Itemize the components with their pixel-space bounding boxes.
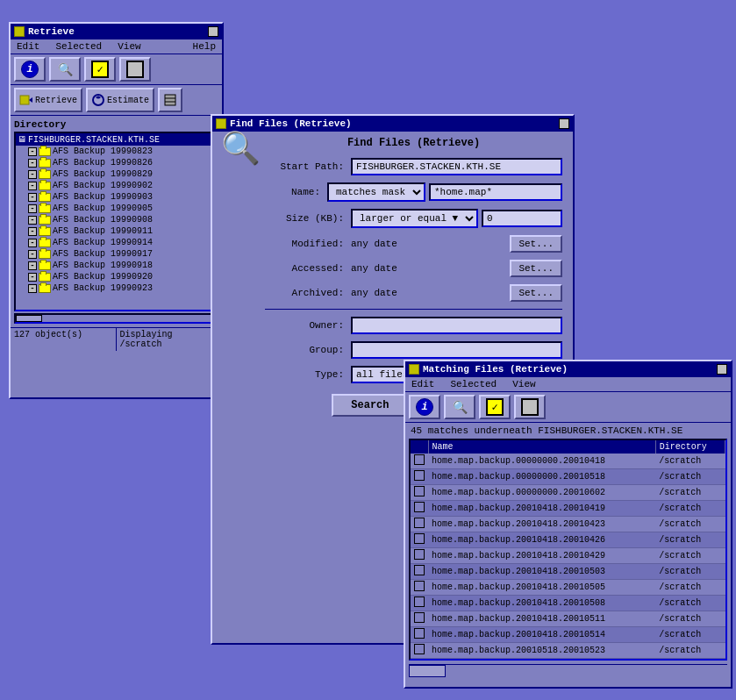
matching-check-button[interactable]: ✓ — [479, 395, 511, 419]
directory-tree[interactable]: 🖥 FISHBURGER.STACKEN.KTH.SE - AFS Backup… — [14, 132, 218, 311]
name-filter-input[interactable] — [429, 183, 562, 201]
row-checkbox[interactable] — [414, 533, 425, 544]
row-name: home.map.backup.20010418.20010423 — [428, 517, 655, 532]
table-row[interactable]: home.map.backup.20010518.20010523/scratc… — [411, 643, 725, 659]
matching-menu-selected[interactable]: Selected — [447, 378, 499, 390]
retrieve-menu-help[interactable]: Help — [190, 40, 218, 53]
col-header-name[interactable]: Name — [428, 440, 655, 454]
folder-icon — [39, 216, 51, 225]
col-header-dir[interactable]: Directory — [655, 440, 725, 454]
matching-menu-view[interactable]: View — [510, 378, 538, 390]
matching-scrollbar-h[interactable] — [409, 664, 727, 675]
square-toolbar-button[interactable] — [119, 57, 151, 82]
list-item[interactable]: - AFS Backup 19990920 — [16, 271, 217, 282]
retrieve-menu-edit[interactable]: Edit — [14, 40, 42, 53]
row-name: home.map.backup.20010418.20010419 — [428, 501, 655, 517]
owner-input[interactable] — [351, 317, 562, 334]
retrieve-close-btn[interactable] — [208, 26, 218, 37]
matching-table-container[interactable]: Name Directory home.map.backup.00000000.… — [409, 439, 727, 661]
matching-close-btn[interactable] — [717, 364, 727, 375]
row-checkbox[interactable] — [414, 549, 425, 560]
retrieve-button[interactable]: Retrieve — [14, 88, 82, 112]
findfiles-titlebar-icon — [216, 118, 226, 129]
check-toolbar-button[interactable]: ✓ — [84, 57, 116, 82]
info-button[interactable]: i — [14, 57, 46, 82]
row-checkbox[interactable] — [414, 612, 425, 623]
expand-icon: - — [28, 284, 37, 293]
row-name: home.map.backup.20010418.20010505 — [428, 580, 655, 596]
size-filter-type-select[interactable]: larger or equal ▼ — [351, 209, 478, 228]
table-row[interactable]: home.map.backup.20010418.20010429/scratc… — [411, 548, 725, 564]
findfiles-titlebar: Find Files (Retrieve) — [212, 116, 573, 132]
list-item[interactable]: - AFS Backup 19990911 — [16, 225, 217, 237]
accessed-set-button[interactable]: Set... — [510, 260, 562, 277]
table-row[interactable]: home.map.backup.20010418.20010505/scratc… — [411, 580, 725, 596]
row-directory: /scratch — [655, 469, 725, 485]
table-row[interactable]: home.map.backup.20010418.20010419/scratc… — [411, 501, 725, 517]
start-path-input[interactable] — [351, 158, 562, 175]
row-checkbox[interactable] — [414, 470, 425, 481]
list-item[interactable]: - AFS Backup 19990823 — [16, 146, 217, 157]
svg-marker-1 — [29, 97, 32, 103]
row-checkbox[interactable] — [414, 502, 425, 512]
findfiles-title: Find Files (Retrieve) — [230, 118, 352, 129]
options-button[interactable] — [158, 88, 182, 112]
list-item[interactable]: - AFS Backup 19990826 — [16, 157, 217, 168]
row-checkbox[interactable] — [414, 581, 425, 591]
search-button[interactable]: Search — [332, 394, 408, 417]
table-row[interactable]: home.map.backup.00000000.20010418/scratc… — [411, 454, 725, 469]
modified-set-button[interactable]: Set... — [510, 235, 562, 253]
row-checkbox[interactable] — [414, 486, 425, 496]
status-objects: 127 object(s) — [11, 328, 117, 351]
name-filter-type-select[interactable]: matches mask — [327, 182, 425, 202]
table-row[interactable]: home.map.backup.20010418.20010511/scratc… — [411, 611, 725, 627]
list-item[interactable]: - AFS Backup 19990829 — [16, 168, 217, 180]
expand-icon: - — [28, 216, 37, 225]
matching-menu-edit[interactable]: Edit — [409, 378, 437, 390]
svg-rect-3 — [165, 95, 175, 105]
list-item[interactable]: - AFS Backup 19990917 — [16, 248, 217, 260]
row-directory: /scratch — [655, 485, 725, 501]
row-name: home.map.backup.00000000.20010602 — [428, 485, 655, 501]
list-item[interactable]: - AFS Backup 19990902 — [16, 180, 217, 191]
estimate-button[interactable]: Estimate — [86, 88, 154, 112]
horizontal-scrollbar[interactable] — [14, 313, 218, 324]
list-item[interactable]: - AFS Backup 19990923 — [16, 282, 217, 294]
row-checkbox[interactable] — [414, 454, 425, 465]
matching-table: Name Directory home.map.backup.00000000.… — [411, 440, 725, 659]
matching-info-button[interactable]: i — [409, 395, 440, 419]
row-checkbox[interactable] — [414, 596, 425, 607]
matching-square-button[interactable] — [514, 395, 546, 419]
folder-icon — [39, 193, 51, 202]
matching-search-button[interactable]: 🔍 — [444, 395, 475, 419]
list-item[interactable]: - AFS Backup 19990918 — [16, 260, 217, 271]
retrieve-titlebar: Retrieve — [11, 24, 222, 39]
size-filter-input[interactable] — [482, 210, 562, 227]
dir-root-item[interactable]: 🖥 FISHBURGER.STACKEN.KTH.SE — [16, 133, 217, 146]
search-toolbar-button[interactable]: 🔍 — [49, 57, 81, 82]
table-row[interactable]: home.map.backup.20010418.20010426/scratc… — [411, 532, 725, 548]
retrieve-titlebar-icon — [14, 26, 25, 37]
list-item[interactable]: - AFS Backup 19990914 — [16, 237, 217, 248]
table-row[interactable]: home.map.backup.20010418.20010514/scratc… — [411, 627, 725, 643]
row-checkbox[interactable] — [414, 565, 425, 575]
row-checkbox[interactable] — [414, 628, 425, 639]
retrieve-menu-selected[interactable]: Selected — [53, 40, 104, 53]
table-row[interactable]: home.map.backup.00000000.20010602/scratc… — [411, 485, 725, 501]
table-row[interactable]: home.map.backup.20010418.20010423/scratc… — [411, 517, 725, 532]
expand-icon: - — [28, 170, 37, 179]
group-input[interactable] — [351, 341, 562, 359]
list-item[interactable]: - AFS Backup 19990905 — [16, 203, 217, 214]
table-row[interactable]: home.map.backup.20010418.20010503/scratc… — [411, 564, 725, 580]
list-item[interactable]: - AFS Backup 19990908 — [16, 214, 217, 225]
table-row[interactable]: home.map.backup.20010418.20010508/scratc… — [411, 596, 725, 611]
row-directory: /scratch — [655, 627, 725, 643]
archived-set-button[interactable]: Set... — [510, 284, 562, 302]
retrieve-menu-view[interactable]: View — [115, 40, 143, 53]
table-row[interactable]: home.map.backup.00000000.20010518/scratc… — [411, 469, 725, 485]
list-item[interactable]: - AFS Backup 19990903 — [16, 191, 217, 203]
findfiles-close-btn[interactable] — [559, 118, 569, 129]
expand-icon: - — [28, 273, 37, 282]
row-checkbox[interactable] — [414, 518, 425, 528]
row-checkbox[interactable] — [414, 644, 425, 654]
